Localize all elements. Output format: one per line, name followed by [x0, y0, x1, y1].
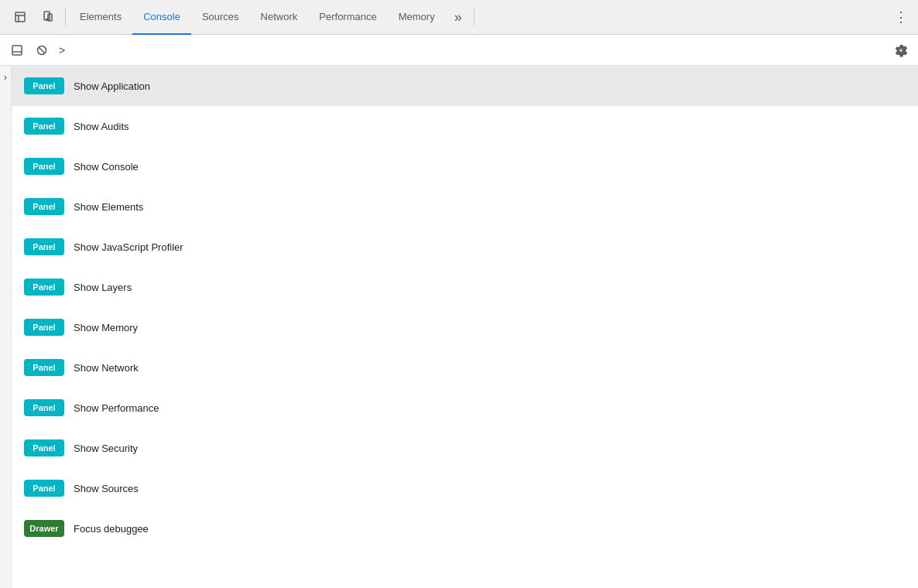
badge-panel: Panel [24, 399, 64, 416]
kebab-menu-button[interactable]: ⋮ [890, 3, 912, 31]
badge-panel: Panel [24, 359, 64, 376]
tab-memory-label: Memory [399, 11, 435, 22]
autocomplete-item-show-javascript-profiler[interactable]: PanelShow JavaScript Profiler [12, 227, 918, 267]
more-tabs-button[interactable]: » [446, 0, 471, 35]
tab-network[interactable]: Network [250, 0, 309, 35]
settings-button[interactable] [890, 39, 912, 61]
badge-panel: Panel [24, 319, 64, 336]
inspect-element-button[interactable] [6, 3, 34, 31]
autocomplete-item-show-audits[interactable]: PanelShow Audits [12, 106, 918, 146]
autocomplete-panel: PanelShow ApplicationPanelShow AuditsPan… [12, 66, 918, 588]
tab-sources-label: Sources [202, 11, 239, 22]
tab-sources[interactable]: Sources [191, 0, 250, 35]
autocomplete-label-show-elements: Show Elements [74, 201, 143, 213]
badge-drawer: Drawer [24, 520, 64, 537]
autocomplete-label-focus-debuggee: Focus debuggee [74, 523, 149, 535]
autocomplete-item-show-console[interactable]: PanelShow Console [12, 146, 918, 186]
svg-rect-6 [12, 46, 22, 55]
svg-point-5 [46, 19, 47, 19]
tab-memory[interactable]: Memory [388, 0, 446, 35]
clear-console-button[interactable] [31, 39, 53, 61]
tab-console-label: Console [143, 11, 180, 22]
console-input-row: > [0, 35, 918, 66]
badge-panel: Panel [24, 198, 64, 215]
tab-console[interactable]: Console [132, 0, 191, 35]
tab-performance-label: Performance [319, 11, 376, 22]
svg-line-9 [39, 47, 45, 53]
autocomplete-item-show-performance[interactable]: PanelShow Performance [12, 388, 918, 428]
console-row-right [890, 39, 912, 61]
autocomplete-label-show-sources: Show Sources [74, 483, 139, 494]
autocomplete-label-show-security: Show Security [74, 443, 138, 454]
autocomplete-item-show-application[interactable]: PanelShow Application [12, 66, 918, 106]
autocomplete-label-show-console: Show Console [74, 161, 139, 173]
devtools-toolbar: Elements Console Sources Network Perform… [0, 0, 918, 35]
autocomplete-item-show-sources[interactable]: PanelShow Sources [12, 468, 918, 508]
autocomplete-item-show-network[interactable]: PanelShow Network [12, 347, 918, 388]
left-sidebar: › [0, 66, 12, 588]
tab-network-label: Network [261, 11, 298, 22]
tab-performance[interactable]: Performance [308, 0, 387, 35]
badge-panel: Panel [24, 480, 64, 497]
badge-panel: Panel [24, 158, 64, 175]
tab-elements[interactable]: Elements [69, 0, 132, 35]
autocomplete-label-show-layers: Show Layers [74, 282, 132, 293]
autocomplete-item-show-memory[interactable]: PanelShow Memory [12, 307, 918, 347]
autocomplete-item-show-layers[interactable]: PanelShow Layers [12, 267, 918, 307]
autocomplete-label-show-memory: Show Memory [74, 322, 138, 333]
main-area: › PanelShow ApplicationPanelShow AuditsP… [0, 66, 918, 588]
svg-rect-0 [15, 12, 25, 22]
toolbar-divider-2 [474, 8, 474, 26]
badge-panel: Panel [24, 118, 64, 135]
device-toolbar-button[interactable] [34, 3, 62, 31]
prompt-arrow: > [59, 44, 65, 56]
toolbar-right: ⋮ [890, 3, 912, 31]
autocomplete-item-show-elements[interactable]: PanelShow Elements [12, 186, 918, 227]
sidebar-expand-arrow[interactable]: › [4, 72, 7, 83]
autocomplete-item-show-security[interactable]: PanelShow Security [12, 428, 918, 468]
autocomplete-label-show-javascript-profiler: Show JavaScript Profiler [74, 241, 183, 253]
badge-panel: Panel [24, 238, 64, 255]
toggle-drawer-button[interactable] [6, 39, 28, 61]
tab-elements-label: Elements [80, 11, 122, 22]
badge-panel: Panel [24, 279, 64, 296]
autocomplete-label-show-network: Show Network [74, 362, 139, 374]
autocomplete-item-focus-debuggee[interactable]: DrawerFocus debuggee [12, 508, 918, 549]
autocomplete-label-show-audits: Show Audits [74, 121, 129, 132]
console-prompt-area[interactable]: > [56, 35, 887, 65]
autocomplete-label-show-application: Show Application [74, 80, 150, 92]
toolbar-divider [65, 8, 66, 26]
badge-panel: Panel [24, 439, 64, 456]
autocomplete-label-show-performance: Show Performance [74, 402, 159, 414]
badge-panel: Panel [24, 77, 64, 94]
